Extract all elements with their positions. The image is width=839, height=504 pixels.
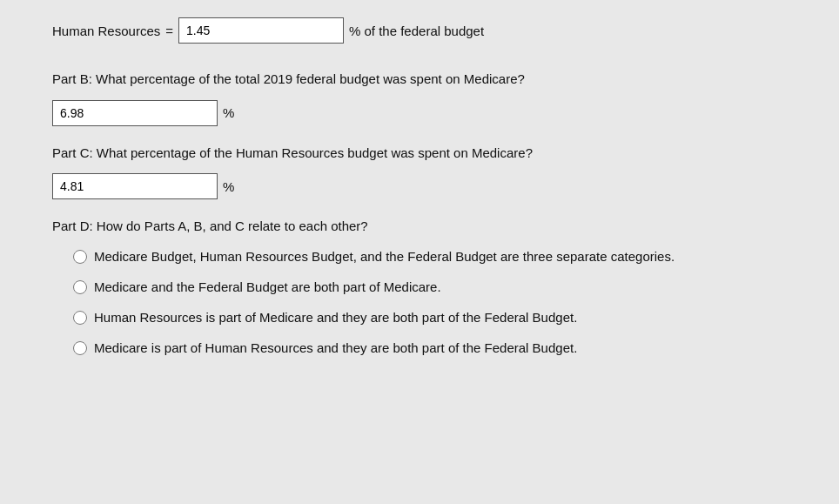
part-d-section: Part D: How do Parts A, B, and C relate … xyxy=(52,217,787,357)
top-row: Human Resources = % of the federal budge… xyxy=(52,17,787,44)
part-c-answer-row: % xyxy=(52,173,787,199)
part-c-question: Part C: What percentage of the Human Res… xyxy=(52,144,787,164)
equals-sign: = xyxy=(165,24,173,38)
part-c-input[interactable] xyxy=(52,173,218,199)
human-resources-input[interactable] xyxy=(178,17,344,44)
part-d-option-3-label: Human Resources is part of Medicare and … xyxy=(94,308,577,326)
part-d-question: Part D: How do Parts A, B, and C relate … xyxy=(52,217,787,237)
part-b-section: Part B: What percentage of the total 201… xyxy=(52,70,787,126)
part-d-radio-3[interactable] xyxy=(73,311,87,325)
part-d-radio-group: Medicare Budget, Human Resources Budget,… xyxy=(52,247,787,357)
part-d-radio-1[interactable] xyxy=(73,250,87,264)
part-d-option-1-label: Medicare Budget, Human Resources Budget,… xyxy=(94,247,675,265)
part-d-option-4[interactable]: Medicare is part of Human Resources and … xyxy=(73,339,787,357)
part-c-unit: % xyxy=(223,179,234,194)
federal-budget-suffix: % of the federal budget xyxy=(349,24,484,38)
human-resources-label: Human Resources xyxy=(52,24,160,38)
part-d-option-2-label: Medicare and the Federal Budget are both… xyxy=(94,278,441,296)
part-d-radio-2[interactable] xyxy=(73,280,87,294)
part-b-answer-row: % xyxy=(52,100,787,126)
part-d-option-2[interactable]: Medicare and the Federal Budget are both… xyxy=(73,278,787,296)
part-b-input[interactable] xyxy=(52,100,218,126)
part-d-option-1[interactable]: Medicare Budget, Human Resources Budget,… xyxy=(73,247,787,265)
part-b-question: Part B: What percentage of the total 201… xyxy=(52,70,787,90)
part-d-radio-4[interactable] xyxy=(73,341,87,355)
part-d-option-3[interactable]: Human Resources is part of Medicare and … xyxy=(73,308,787,326)
part-c-section: Part C: What percentage of the Human Res… xyxy=(52,144,787,200)
part-d-option-4-label: Medicare is part of Human Resources and … xyxy=(94,339,577,357)
part-b-unit: % xyxy=(223,105,234,120)
